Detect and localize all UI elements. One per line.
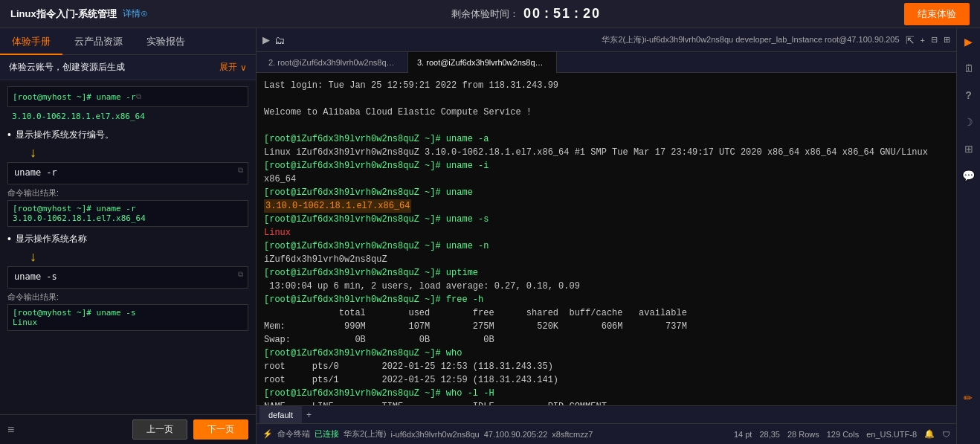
term-line-1: Last login: Tue Jan 25 12:59:21 2022 fro… <box>264 79 949 92</box>
server-info-text: 华东2(上海)i-uf6dx3h9lvrh0w2ns8qu developer_… <box>602 34 899 45</box>
sidebar-content: [root@myhost ~]# uname -r ⧉ 3.10.0-1062.… <box>0 80 256 414</box>
term-line-3: Welcome to Alibaba Cloud Elastic Compute… <box>264 106 949 119</box>
prompt-text-1: [root@myhost ~]# uname -r <box>13 92 136 102</box>
term-line-24: [root@iZuf6dx3h9lvrh0w2ns8quZ ~]# who -l… <box>264 387 949 400</box>
term-line-22: root pts/0 2022-01-25 12:53 (118.31.243.… <box>264 360 949 373</box>
term-line-5: [root@iZuf6dx3h9lvrh0w2ns8quZ ~]# uname … <box>264 132 949 146</box>
sidebar-nav-resources[interactable]: 云产品资源 <box>62 28 135 55</box>
menu-icon[interactable]: ≡ <box>7 423 14 437</box>
terminal-tab-2-label: 2. root@iZuf6dx3h9lvrh0w2ns8quZ:~ <box>268 58 403 67</box>
time-seconds: 20 <box>583 6 601 22</box>
question-right-icon[interactable]: ? <box>960 86 978 104</box>
term-blank-2 <box>264 119 949 132</box>
edit-right-icon[interactable]: ✏ <box>959 389 977 407</box>
cmd-text-1: uname -r <box>14 167 57 178</box>
region-label: 华东2(上海) <box>344 428 386 440</box>
cols-label: 129 Cols <box>827 430 859 439</box>
output-box-line1: [root@myhost ~]# uname -r <box>13 204 243 213</box>
term-line-16: 13:00:04 up 6 min, 2 users, load average… <box>264 280 949 293</box>
terminal-topbar-left: ▶ 🗂 <box>262 34 285 46</box>
detail-link[interactable]: 详情⊙ <box>123 7 148 20</box>
chevron-down-icon: ∨ <box>240 62 247 73</box>
output-box-2: [root@myhost ~]# uname -s Linux <box>7 304 248 331</box>
add-terminal-icon[interactable]: + <box>921 36 925 45</box>
timer-area: 剩余体验时间： 00 : 51 : 20 <box>451 6 601 22</box>
term-line-14: iZuf6dx3h9lvrh0w2ns8quZ <box>264 253 949 266</box>
time-sep1: : <box>544 6 550 22</box>
split-h-icon[interactable]: ⊟ <box>931 35 938 45</box>
cmd-display-1: uname -r ⧉ <box>7 162 248 184</box>
copy-btn-2[interactable]: ⧉ <box>238 270 243 279</box>
term-line-25: NAME LINE TIME IDLE PID COMMENT <box>264 400 949 405</box>
terminal-tab-2[interactable]: 2. root@iZuf6dx3h9lvrh0w2ns8quZ:~ <box>259 52 408 73</box>
session-id-label: x8sftcmzz7 <box>552 430 593 439</box>
sidebar-nav-report[interactable]: 实验报告 <box>135 28 197 55</box>
timer-label: 剩余体验时间： <box>451 7 519 21</box>
session-tab-add[interactable]: + <box>302 410 316 420</box>
terminal-area: ▶ 🗂 华东2(上海)i-uf6dx3h9lvrh0w2ns8qu develo… <box>257 28 956 444</box>
terminal-label: 命令终端 <box>277 428 310 440</box>
bell-icon[interactable]: 🔔 <box>924 429 935 439</box>
ip-label: 47.100.90.205:22 <box>484 430 548 439</box>
output-label-1: 命令输出结果: <box>7 187 248 199</box>
term-line-15: [root@iZuf6dx3h9lvrh0w2ns8quZ ~]# uptime <box>264 266 949 280</box>
rows-label: 28 Rows <box>787 430 819 439</box>
term-line-13: [root@iZuf6dx3h9lvrh0w2ns8quZ ~]# uname … <box>264 239 949 253</box>
next-button[interactable]: 下一页 <box>193 419 248 440</box>
bottombar-left: ⚡ 命令终端 已连接 华东2(上海) i-uf6dx3h9lvrh0w2ns8q… <box>262 428 593 440</box>
folder-icon: ▶ <box>262 34 270 45</box>
term-line-9: [root@iZuf6dx3h9lvrh0w2ns8quZ ~]# uname <box>264 186 949 199</box>
expand-label: 展开 <box>219 61 237 74</box>
bullet-section-1: • 显示操作系统发行编号。 ↓ <box>7 129 248 159</box>
cmd-input-1: [root@myhost ~]# uname -r ⧉ <box>7 86 248 107</box>
term-line-8: x86_64 <box>264 173 949 186</box>
term-line-19: Mem: 990M 107M 275M 520K 606M 737M <box>264 320 949 333</box>
time-minutes: 51 <box>553 6 571 22</box>
term-line-17: [root@iZuf6dx3h9lvrh0w2ns8quZ ~]# free -… <box>264 293 949 306</box>
tab-close-icon[interactable]: ✕ <box>556 59 557 67</box>
prev-button[interactable]: 上一页 <box>132 419 187 440</box>
sidebar: 体验手册 云产品资源 实验报告 体验云账号，创建资源后生成 展开 ∨ [root… <box>0 28 257 444</box>
arrow-down-2: ↓ <box>30 250 248 263</box>
moon-right-icon[interactable]: ☽ <box>960 113 978 131</box>
highlight-linux: Linux <box>264 228 291 238</box>
term-line-20: Swap: 0B 0B 0B <box>264 333 949 347</box>
term-line-21: [root@iZuf6dx3h9lvrh0w2ns8quZ ~]# who <box>264 347 949 360</box>
bullet-item-2: • 显示操作系统名称 <box>7 233 248 245</box>
bottombar-right: 14 pt 28,35 28 Rows 129 Cols en_US.UTF-8… <box>734 429 950 439</box>
term-line-10: 3.10.0-1062.18.1.el7.x86_64 <box>264 199 949 213</box>
encoding-label: en_US.UTF-8 <box>866 430 917 439</box>
expand-button[interactable]: 展开 ∨ <box>219 61 247 74</box>
chat-right-icon[interactable]: 💬 <box>960 167 978 184</box>
split-v-icon[interactable]: ⊞ <box>944 35 950 45</box>
expand-terminal-icon[interactable]: ⇱ <box>906 34 915 46</box>
bullet-section-2: • 显示操作系统名称 ↓ <box>7 233 248 263</box>
sidebar-nav-handbook[interactable]: 体验手册 <box>0 28 62 55</box>
output-box-1: [root@myhost ~]# uname -r 3.10.0-1062.18… <box>7 200 248 227</box>
sidebar-header-title: 体验云账号，创建资源后生成 <box>9 61 125 74</box>
terminal-right-icon[interactable]: ▶ <box>960 33 978 51</box>
cursor-pos-label: 28,35 <box>759 430 780 439</box>
shield-icon: 🛡 <box>942 430 950 439</box>
session-tab-default[interactable]: default <box>259 406 302 424</box>
terminal-topbar: ▶ 🗂 华东2(上海)i-uf6dx3h9lvrh0w2ns8qu develo… <box>257 28 956 52</box>
output-box2-line1: [root@myhost ~]# uname -s <box>13 308 243 318</box>
term-blank-1 <box>264 92 949 106</box>
output-box2-line2: Linux <box>13 318 243 327</box>
terminal-topbar-right: 华东2(上海)i-uf6dx3h9lvrh0w2ns8qu developer_… <box>602 34 950 46</box>
top-bar-left: Linux指令入门-系统管理 详情⊙ <box>10 7 148 21</box>
connected-label: 已连接 <box>315 428 339 440</box>
footer-nav-buttons: 上一页 下一页 <box>132 419 248 440</box>
copy-btn-1[interactable]: ⧉ <box>238 166 243 175</box>
output-1: 3.10.0-1062.18.1.el7.x86_64 <box>7 110 248 123</box>
copy-icon-1[interactable]: ⧉ <box>136 92 141 101</box>
terminal-tab-3[interactable]: 3. root@iZuf6dx3h9lvrh0w2ns8quZ:- ✕ <box>408 52 557 73</box>
top-bar: Linux指令入门-系统管理 详情⊙ 剩余体验时间： 00 : 51 : 20 … <box>0 0 980 28</box>
grid-right-icon[interactable]: ⊞ <box>960 140 978 158</box>
right-icons-panel: ▶ 🗓 ? ☽ ⊞ 💬 ✏ <box>956 28 980 444</box>
end-button[interactable]: 结束体验 <box>904 3 970 25</box>
calendar-right-icon[interactable]: 🗓 <box>960 59 978 77</box>
terminal-content[interactable]: Last login: Tue Jan 25 12:59:21 2022 fro… <box>257 73 956 405</box>
term-line-7: [root@iZuf6dx3h9lvrh0w2ns8quZ ~]# uname … <box>264 159 949 173</box>
time-sep2: : <box>574 6 580 22</box>
